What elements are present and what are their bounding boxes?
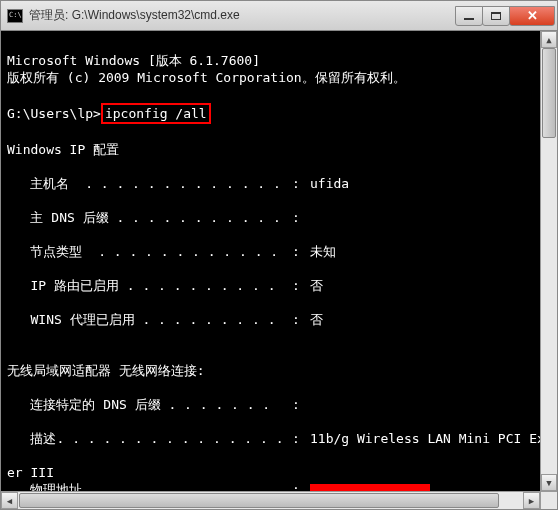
wins-proxy-value: 否 [310,311,323,328]
desc-wrap: er III [7,465,54,480]
horizontal-scrollbar[interactable]: ◀ ▶ [1,491,540,509]
ip-config-heading: Windows IP 配置 [7,142,119,157]
scroll-v-track[interactable] [541,48,557,474]
header-line-2: 版权所有 (c) 2009 Microsoft Corporation。保留所有… [7,70,406,85]
close-icon: ✕ [527,8,538,23]
command-highlight: ipconfig /all [101,103,211,124]
scroll-up-button[interactable]: ▲ [541,31,557,48]
scrollbar-corner [540,491,557,509]
dns-suffix-label: 主 DNS 后缀 . . . . . . . . . . . [7,209,292,226]
window-title: 管理员: G:\Windows\system32\cmd.exe [29,7,240,24]
window-buttons: ✕ [456,6,555,26]
node-type-label: 节点类型 . . . . . . . . . . . . [7,243,292,260]
ip-routing-label: IP 路由已启用 . . . . . . . . . . [7,277,292,294]
scroll-down-button[interactable]: ▼ [541,474,557,491]
terminal-output[interactable]: Microsoft Windows [版本 6.1.7600] 版权所有 (c)… [1,31,557,509]
close-button[interactable]: ✕ [509,6,555,26]
scroll-h-thumb[interactable] [19,493,499,508]
titlebar-left: 管理员: G:\Windows\system32\cmd.exe [1,7,240,24]
maximize-icon [491,12,501,20]
cmd-icon [7,9,23,23]
wlan-heading: 无线局域网适配器 无线网络连接: [7,363,205,378]
hostname-value: ufida [310,175,349,192]
vertical-scrollbar[interactable]: ▲ ▼ [540,31,557,491]
header-line-1: Microsoft Windows [版本 6.1.7600] [7,53,260,68]
maximize-button[interactable] [482,6,510,26]
minimize-button[interactable] [455,6,483,26]
wins-proxy-label: WINS 代理已启用 . . . . . . . . . [7,311,292,328]
desc-label: 描述. . . . . . . . . . . . . . . [7,430,292,447]
ip-routing-value: 否 [310,277,323,294]
scroll-left-button[interactable]: ◀ [1,492,18,509]
command-text: ipconfig /all [105,106,207,121]
scroll-v-thumb[interactable] [542,48,556,138]
scroll-right-button[interactable]: ▶ [523,492,540,509]
conn-dns-label: 连接特定的 DNS 后缀 . . . . . . . [7,396,292,413]
desc-value: 11b/g Wireless LAN Mini PCI Ex [310,430,545,447]
minimize-icon [464,18,474,20]
titlebar[interactable]: 管理员: G:\Windows\system32\cmd.exe ✕ [1,1,557,31]
prompt-path: G:\Users\lp> [7,106,101,121]
cmd-window: 管理员: G:\Windows\system32\cmd.exe ✕ Micro… [0,0,558,510]
hostname-label: 主机名 . . . . . . . . . . . . . [7,175,292,192]
node-type-value: 未知 [310,243,336,260]
